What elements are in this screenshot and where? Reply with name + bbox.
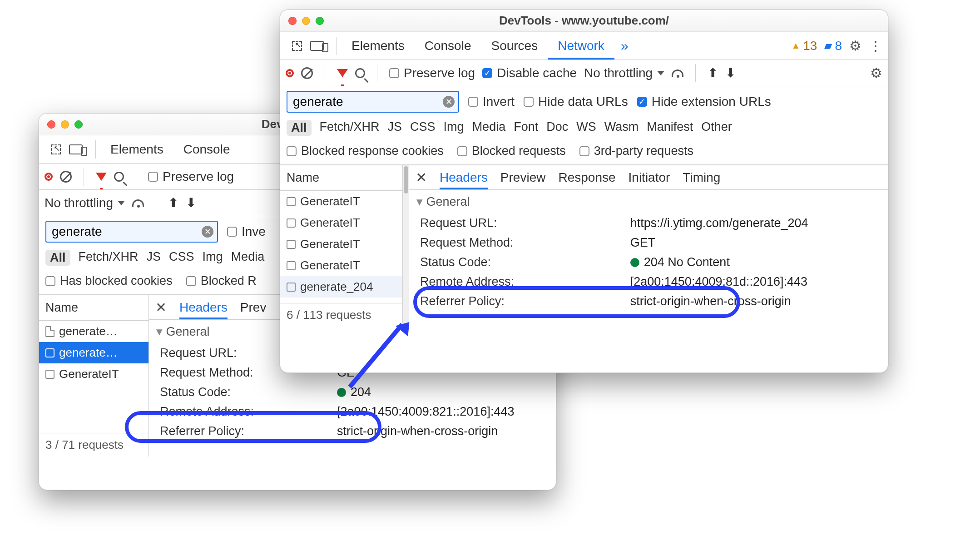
tab-network[interactable]: Network: [548, 32, 614, 60]
device-toggle-icon[interactable]: [310, 41, 324, 51]
third-party-requests-checkbox[interactable]: 3rd-party requests: [579, 144, 693, 158]
chip-all[interactable]: All: [287, 120, 312, 136]
chip-media[interactable]: Media: [231, 250, 265, 266]
request-list[interactable]: Name generate… generate… GenerateIT 3 / …: [39, 295, 149, 457]
chip-css[interactable]: CSS: [169, 250, 194, 266]
request-row[interactable]: generate…: [39, 321, 148, 342]
tab-elements[interactable]: Elements: [342, 32, 415, 60]
tab-timing[interactable]: Timing: [683, 170, 720, 185]
preserve-log-checkbox[interactable]: Preserve log: [389, 66, 475, 80]
file-icon: [45, 370, 54, 379]
list-header-name[interactable]: Name: [39, 295, 148, 321]
titlebar[interactable]: DevTools - www.youtube.com/: [280, 10, 888, 32]
blocked-cookies-checkbox[interactable]: Has blocked cookies: [45, 274, 173, 288]
record-icon[interactable]: [286, 69, 294, 77]
scrollbar-track[interactable]: [403, 165, 409, 327]
invert-checkbox[interactable]: Invert: [468, 94, 515, 109]
chip-img[interactable]: Img: [203, 250, 223, 266]
chip-js[interactable]: JS: [388, 120, 402, 136]
minimize-window-icon[interactable]: [61, 120, 69, 129]
device-toggle-icon[interactable]: [69, 144, 83, 154]
scrollbar-thumb[interactable]: [404, 166, 408, 194]
zoom-window-icon[interactable]: [74, 120, 83, 129]
chip-css[interactable]: CSS: [410, 120, 436, 136]
throttling-select[interactable]: No throttling: [584, 66, 664, 80]
upload-har-icon[interactable]: ⬆: [708, 65, 718, 80]
chip-manifest[interactable]: Manifest: [647, 120, 693, 136]
invert-checkbox[interactable]: Inve: [227, 224, 266, 239]
hide-data-urls-checkbox[interactable]: Hide data URLs: [524, 94, 628, 109]
general-section-header[interactable]: General: [409, 190, 888, 213]
settings-gear-icon[interactable]: ⚙: [849, 38, 861, 54]
traffic-lights[interactable]: [39, 120, 83, 129]
chip-fetchxhr[interactable]: Fetch/XHR: [79, 250, 139, 266]
network-settings-gear-icon[interactable]: ⚙: [870, 65, 882, 81]
tab-preview[interactable]: Prev: [240, 300, 267, 315]
tab-initiator[interactable]: Initiator: [629, 170, 670, 185]
download-har-icon[interactable]: ⬇: [186, 195, 196, 210]
filter-icon[interactable]: [337, 69, 348, 77]
preserve-log-checkbox[interactable]: Preserve log: [148, 169, 234, 184]
hide-extension-urls-checkbox[interactable]: Hide extension URLs: [637, 94, 771, 109]
filter-input[interactable]: [287, 91, 459, 113]
warnings-badge[interactable]: 13: [791, 39, 817, 53]
search-icon[interactable]: [355, 68, 365, 78]
tab-headers[interactable]: Headers: [440, 166, 488, 189]
network-conditions-icon[interactable]: [672, 69, 683, 77]
network-conditions-icon[interactable]: [132, 199, 144, 207]
chip-ws[interactable]: WS: [576, 120, 596, 136]
chip-media[interactable]: Media: [472, 120, 506, 136]
chip-other[interactable]: Other: [701, 120, 732, 136]
clear-icon[interactable]: [60, 171, 72, 183]
chip-font[interactable]: Font: [514, 120, 538, 136]
blocked-requests-checkbox[interactable]: Blocked requests: [457, 144, 566, 158]
chip-doc[interactable]: Doc: [546, 120, 568, 136]
clear-icon[interactable]: [301, 67, 313, 79]
request-row[interactable]: GenerateIT: [39, 363, 148, 385]
request-row[interactable]: GenerateIT: [280, 233, 402, 255]
chip-js[interactable]: JS: [147, 250, 161, 266]
close-detail-icon[interactable]: ✕: [155, 299, 167, 315]
request-row[interactable]: GenerateIT: [280, 255, 402, 276]
tab-elements[interactable]: Elements: [100, 135, 173, 163]
tab-console[interactable]: Console: [415, 32, 481, 60]
element-picker-icon[interactable]: [292, 41, 302, 51]
search-icon[interactable]: [114, 172, 124, 182]
traffic-lights[interactable]: [280, 17, 324, 25]
throttling-select[interactable]: No throttling: [45, 196, 125, 210]
more-menu-icon[interactable]: ⋮: [869, 38, 881, 54]
messages-badge[interactable]: 8: [824, 39, 842, 53]
request-row[interactable]: generate…: [39, 342, 148, 363]
record-icon[interactable]: [45, 173, 53, 181]
tab-response[interactable]: Response: [558, 170, 615, 185]
clear-filter-icon[interactable]: ✕: [443, 96, 455, 108]
filter-icon[interactable]: [96, 173, 107, 181]
download-har-icon[interactable]: ⬇: [725, 65, 736, 80]
chip-all[interactable]: All: [45, 250, 70, 266]
tab-headers[interactable]: Headers: [179, 296, 228, 319]
chip-img[interactable]: Img: [444, 120, 464, 136]
upload-har-icon[interactable]: ⬆: [168, 195, 178, 210]
minimize-window-icon[interactable]: [302, 17, 310, 25]
request-row[interactable]: generate_204: [280, 276, 402, 298]
chip-fetchxhr[interactable]: Fetch/XHR: [320, 120, 380, 136]
request-row[interactable]: GenerateIT: [280, 212, 402, 233]
filter-input[interactable]: [45, 221, 218, 243]
tab-preview[interactable]: Preview: [500, 170, 546, 185]
blocked-response-cookies-checkbox[interactable]: Blocked response cookies: [287, 144, 444, 158]
tab-sources[interactable]: Sources: [481, 32, 548, 60]
element-picker-icon[interactable]: [51, 144, 61, 154]
close-window-icon[interactable]: [288, 17, 297, 25]
tab-overflow[interactable]: »: [614, 32, 635, 60]
disable-cache-checkbox[interactable]: Disable cache: [482, 66, 577, 80]
clear-filter-icon[interactable]: ✕: [202, 226, 213, 238]
tab-console[interactable]: Console: [173, 135, 240, 163]
blocked-requests-checkbox[interactable]: Blocked R: [186, 274, 257, 288]
list-header-name[interactable]: Name: [280, 165, 402, 191]
close-detail-icon[interactable]: ✕: [416, 169, 427, 185]
close-window-icon[interactable]: [47, 120, 55, 129]
request-list[interactable]: Name GenerateIT GenerateIT GenerateIT Ge…: [280, 165, 403, 327]
chip-wasm[interactable]: Wasm: [604, 120, 639, 136]
request-row[interactable]: GenerateIT: [280, 191, 402, 212]
zoom-window-icon[interactable]: [316, 17, 324, 25]
